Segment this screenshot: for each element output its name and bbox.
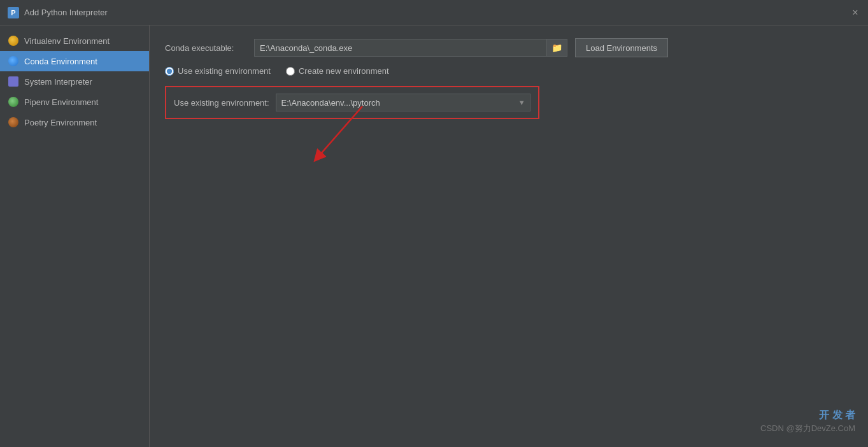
conda-executable-label: Conda executable: bbox=[165, 43, 254, 53]
radio-use-existing[interactable]: Use existing environment bbox=[165, 66, 271, 76]
arrow-annotation bbox=[311, 106, 388, 170]
sidebar-item-conda[interactable]: Conda Environment bbox=[0, 51, 149, 71]
sidebar-item-poetry[interactable]: Poetry Environment bbox=[0, 112, 149, 132]
svg-text:P: P bbox=[11, 9, 15, 17]
dialog-title: Add Python Interpreter bbox=[24, 8, 850, 17]
conda-icon bbox=[8, 55, 19, 67]
poetry-icon bbox=[8, 117, 19, 128]
conda-executable-input[interactable] bbox=[254, 39, 547, 57]
radio-create-new-label: Create new environment bbox=[299, 66, 389, 76]
folder-icon: 📁 bbox=[551, 43, 562, 53]
radio-use-existing-input[interactable] bbox=[165, 67, 174, 76]
svg-line-2 bbox=[318, 106, 362, 157]
sidebar-item-virtualenv[interactable]: Virtualenv Environment bbox=[0, 31, 149, 51]
sidebar-item-system[interactable]: System Interpreter bbox=[0, 71, 149, 92]
folder-browse-button[interactable]: 📁 bbox=[547, 39, 567, 57]
radio-create-new[interactable]: Create new environment bbox=[286, 66, 389, 76]
virtualenv-icon bbox=[8, 35, 19, 46]
system-icon bbox=[8, 76, 19, 87]
sidebar-item-pipenv-label: Pipenv Environment bbox=[24, 97, 98, 107]
sidebar-item-poetry-label: Poetry Environment bbox=[24, 118, 97, 127]
use-existing-env-label: Use existing environment: bbox=[174, 98, 269, 108]
app-icon: P bbox=[8, 7, 19, 18]
radio-options-row: Use existing environment Create new envi… bbox=[165, 66, 853, 76]
sidebar: Virtualenv Environment Conda Environment… bbox=[0, 25, 150, 447]
pipenv-icon bbox=[8, 96, 19, 108]
add-python-interpreter-dialog: P Add Python Interpreter × Virtualenv En… bbox=[0, 0, 868, 447]
title-bar: P Add Python Interpreter × bbox=[0, 0, 868, 25]
radio-use-existing-label: Use existing environment bbox=[178, 66, 271, 76]
load-environments-button[interactable]: Load Environments bbox=[575, 38, 668, 57]
sidebar-item-pipenv[interactable]: Pipenv Environment bbox=[0, 92, 149, 112]
sidebar-item-system-label: System Interpreter bbox=[24, 77, 92, 87]
main-content: Conda executable: 📁 Load Environments Us… bbox=[150, 25, 868, 447]
sidebar-item-virtualenv-label: Virtualenv Environment bbox=[24, 36, 110, 46]
dialog-body: Virtualenv Environment Conda Environment… bbox=[0, 25, 868, 447]
sidebar-item-conda-label: Conda Environment bbox=[24, 57, 97, 66]
close-button[interactable]: × bbox=[850, 8, 860, 18]
conda-executable-row: Conda executable: 📁 Load Environments bbox=[165, 38, 853, 57]
radio-create-new-input[interactable] bbox=[286, 67, 295, 76]
